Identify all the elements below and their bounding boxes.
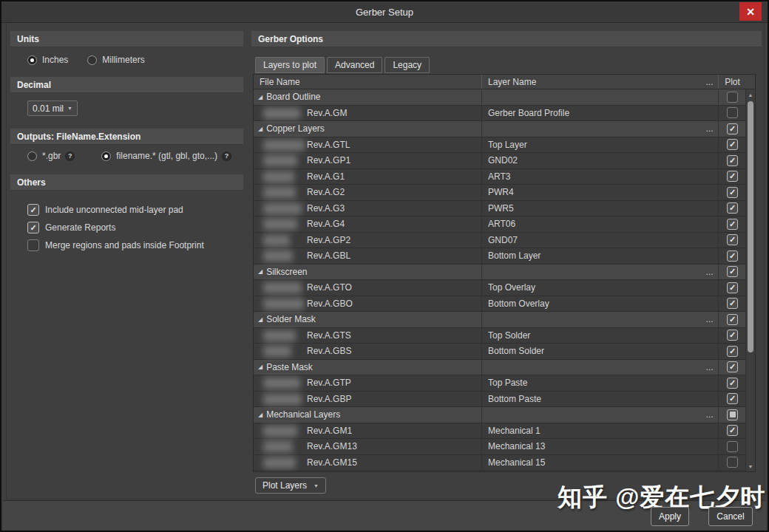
file-name-text: Rev.A.GP2 [307, 235, 350, 245]
plot-checkbox-partial[interactable] [727, 409, 738, 420]
layer-file-row[interactable]: Rev.A.G2PWR4✓ [254, 185, 746, 201]
close-button[interactable]: ✕ [739, 2, 762, 21]
plot-layers-button[interactable]: Plot Layers ▼ [255, 477, 326, 494]
plot-checkbox-checked[interactable]: ✓ [727, 123, 738, 134]
units-header-label: Units [17, 34, 39, 44]
group-more-cell[interactable]: ... [701, 407, 718, 423]
plot-checkbox-checked[interactable]: ✓ [727, 282, 738, 293]
scroll-down-icon[interactable]: ▼ [746, 462, 755, 471]
plot-checkbox-checked[interactable]: ✓ [727, 139, 738, 150]
checked-checkbox-icon[interactable]: ✓ [27, 204, 39, 216]
unchecked-checkbox-icon[interactable] [27, 239, 39, 251]
layer-file-row[interactable]: Rev.A.GM1Mechanical 1✓ [254, 423, 746, 440]
plot-checkbox-checked[interactable]: ✓ [727, 314, 738, 325]
group-more-cell[interactable]: ... [701, 265, 718, 280]
scroll-up-icon[interactable]: ▲ [746, 90, 755, 100]
expand-triangle-icon[interactable]: ◢ [258, 94, 262, 100]
column-header-layer-name[interactable]: Layer Name [481, 75, 701, 89]
outputs-option-filename-gtl-gbl-gto[interactable]: filename.* (gtl, gbl, gto,...)? [101, 151, 231, 161]
layer-file-row[interactable]: Rev.A.GBLBottom Layer✓ [254, 248, 746, 265]
column-header-file-name[interactable]: File Name [254, 75, 481, 89]
plot-checkbox-unchecked[interactable] [727, 107, 738, 118]
column-header-plot[interactable]: Plot [718, 75, 746, 89]
layer-group-row[interactable]: ◢Silkscreen...✓ [254, 265, 746, 281]
checked-checkbox-icon[interactable]: ✓ [27, 222, 39, 233]
expand-triangle-icon[interactable]: ◢ [258, 364, 262, 370]
plot-checkbox-checked[interactable]: ✓ [727, 187, 738, 198]
column-header-more[interactable]: ... [701, 75, 718, 89]
vertical-scrollbar[interactable]: ▲ ▼ [745, 89, 755, 472]
layer-file-row[interactable]: Rev.A.GM15Mechanical 15 [254, 455, 746, 471]
units-option-millimeters[interactable]: Millimeters [87, 55, 144, 65]
plot-checkbox-checked[interactable]: ✓ [727, 171, 738, 182]
expand-triangle-icon[interactable]: ◢ [258, 316, 262, 323]
tab-advanced[interactable]: Advanced [327, 57, 382, 73]
cancel-button[interactable]: Cancel [708, 507, 753, 526]
layer-file-row[interactable]: Rev.A.GTLTop Layer✓ [254, 137, 746, 154]
scrollbar-thumb[interactable] [748, 101, 753, 352]
plot-checkbox-checked[interactable]: ✓ [727, 266, 738, 277]
apply-button[interactable]: Apply [651, 507, 689, 526]
layer-file-row[interactable]: Rev.A.G1ART3✓ [254, 169, 746, 185]
decimal-header-label: Decimal [17, 80, 51, 90]
radio-selected-icon[interactable] [101, 151, 111, 161]
plot-checkbox-checked[interactable]: ✓ [727, 219, 738, 230]
plot-checkbox-unchecked[interactable] [727, 92, 738, 103]
layer-group-row[interactable]: ◢Solder Mask...✓ [254, 312, 746, 328]
help-icon[interactable]: ? [222, 151, 231, 161]
plot-checkbox-checked[interactable]: ✓ [727, 202, 738, 214]
decimal-dropdown[interactable]: 0.01 mil ▼ [27, 100, 78, 116]
layer-file-row[interactable]: Rev.A.GBOBottom Overlay✓ [254, 296, 746, 313]
group-more-cell[interactable]: ... [701, 121, 718, 137]
expand-triangle-icon[interactable]: ◢ [258, 412, 262, 418]
group-more-cell[interactable]: ... [701, 360, 718, 375]
checkbox-row-merge-regions-and-pads-inside-footprint[interactable]: Merge regions and pads inside Footprint [27, 239, 204, 251]
layer-file-row[interactable]: Rev.A.GM13Mechanical 13 [254, 439, 746, 455]
layer-file-row[interactable]: Rev.A.GTSTop Solder✓ [254, 328, 746, 344]
tab-layers-to-plot[interactable]: Layers to plot [255, 57, 325, 73]
radio-unselected-icon[interactable] [27, 151, 37, 161]
plot-cell: ✓ [718, 296, 746, 312]
plot-checkbox-unchecked[interactable] [727, 441, 738, 452]
plot-checkbox-checked[interactable]: ✓ [727, 155, 738, 166]
others-checkboxes: ✓Include unconnected mid-layer pad✓Gener… [27, 204, 204, 257]
layer-file-row[interactable]: Rev.A.G3PWR5✓ [254, 201, 746, 217]
blur-blob [263, 140, 305, 151]
layer-file-row[interactable]: Rev.A.GTPTop Paste✓ [254, 375, 746, 392]
help-icon[interactable]: ? [65, 151, 75, 161]
plot-checkbox-checked[interactable]: ✓ [727, 378, 738, 389]
layer-group-row[interactable]: ◢Paste Mask...✓ [254, 360, 746, 376]
file-name-text: Rev.A.GBO [307, 299, 353, 309]
tab-legacy[interactable]: Legacy [384, 57, 430, 73]
file-name-cell: Rev.A.G2 [254, 185, 481, 200]
layer-file-row[interactable]: Rev.A.GBSBottom Solder✓ [254, 344, 746, 360]
layer-file-row[interactable]: Rev.A.GP2GND07✓ [254, 233, 746, 249]
expand-triangle-icon[interactable]: ◢ [258, 268, 262, 275]
plot-checkbox-checked[interactable]: ✓ [727, 425, 738, 436]
layer-group-row[interactable]: ◢Board Outline [254, 89, 746, 106]
units-option-inches[interactable]: Inches [27, 55, 68, 65]
plot-checkbox-checked[interactable]: ✓ [727, 346, 738, 357]
layer-group-row[interactable]: ◢Mechanical Layers... [254, 407, 746, 423]
group-more-cell[interactable]: ... [701, 312, 718, 327]
radio-selected-icon[interactable] [27, 55, 37, 65]
layer-file-row[interactable]: Rev.A.GTOTop Overlay✓ [254, 280, 746, 296]
layer-file-row[interactable]: Rev.A.G4ART06✓ [254, 216, 746, 233]
expand-triangle-icon[interactable]: ◢ [258, 126, 262, 132]
outputs-option-gbr[interactable]: *.gbr? [27, 151, 75, 161]
plot-checkbox-checked[interactable]: ✓ [727, 234, 738, 245]
layer-file-row[interactable]: Rev.A.GP1GND02✓ [254, 153, 746, 169]
plot-checkbox-checked[interactable]: ✓ [727, 361, 738, 372]
plot-checkbox-checked[interactable]: ✓ [727, 330, 738, 341]
file-name-cell: Rev.A.G4 [254, 216, 481, 232]
layer-group-row[interactable]: ◢Copper Layers...✓ [254, 121, 746, 137]
plot-checkbox-checked[interactable]: ✓ [727, 250, 738, 262]
plot-checkbox-unchecked[interactable] [727, 457, 738, 468]
checkbox-row-include-unconnected-mid-layer-pad[interactable]: ✓Include unconnected mid-layer pad [27, 204, 204, 216]
layer-file-row[interactable]: Rev.A.GMGerber Board Profile [254, 106, 746, 122]
layer-file-row[interactable]: Rev.A.GBPBottom Paste✓ [254, 392, 746, 408]
plot-checkbox-checked[interactable]: ✓ [727, 298, 738, 309]
radio-unselected-icon[interactable] [87, 55, 97, 65]
plot-checkbox-checked[interactable]: ✓ [727, 393, 738, 404]
checkbox-row-generate-reports[interactable]: ✓Generate Reports [27, 222, 204, 233]
